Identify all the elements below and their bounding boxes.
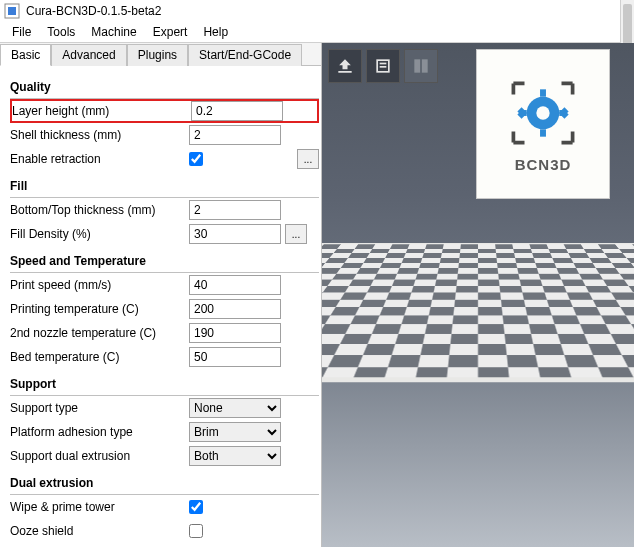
retraction-settings-button[interactable]: ... <box>297 149 319 169</box>
fill-settings-button[interactable]: ... <box>285 224 307 244</box>
label-print-temp: Printing temperature (C) <box>10 302 185 316</box>
titlebar: Cura-BCN3D-0.1.5-beta2 <box>0 0 634 22</box>
row-print-temp: Printing temperature (C) <box>10 297 319 321</box>
label-shell-thickness: Shell thickness (mm) <box>10 128 185 142</box>
print-button[interactable] <box>366 49 400 83</box>
menubar: File Tools Machine Expert Help <box>0 22 634 42</box>
content: Basic Advanced Plugins Start/End-GCode Q… <box>0 42 634 547</box>
menu-machine[interactable]: Machine <box>83 23 144 41</box>
settings-panel: Basic Advanced Plugins Start/End-GCode Q… <box>0 43 322 547</box>
tab-startend[interactable]: Start/End-GCode <box>188 44 302 66</box>
svg-rect-10 <box>540 129 546 136</box>
select-support-type[interactable]: None <box>189 398 281 418</box>
row-print-speed: Print speed (mm/s) <box>10 273 319 297</box>
menu-help[interactable]: Help <box>195 23 236 41</box>
tab-plugins[interactable]: Plugins <box>127 44 188 66</box>
label-support-dual: Support dual extrusion <box>10 449 185 463</box>
input-fill-density[interactable] <box>189 224 281 244</box>
section-dual: Dual extrusion <box>10 476 319 490</box>
select-support-dual[interactable]: Both <box>189 446 281 466</box>
row-nozzle2-temp: 2nd nozzle temperature (C) <box>10 321 319 345</box>
row-support-dual: Support dual extrusion Both <box>10 444 319 468</box>
row-bottom-top: Bottom/Top thickness (mm) <box>10 198 319 222</box>
select-platform-adhesion[interactable]: Brim <box>189 422 281 442</box>
label-enable-retraction: Enable retraction <box>10 152 185 166</box>
row-ooze-shield: Ooze shield <box>10 519 319 543</box>
svg-rect-5 <box>414 59 420 72</box>
input-nozzle2-temp[interactable] <box>189 323 281 343</box>
label-layer-height: Layer height (mm) <box>12 104 187 118</box>
row-fill-density: Fill Density (%) ... <box>10 222 319 246</box>
label-bed-temp: Bed temperature (C) <box>10 350 185 364</box>
row-shell-thickness: Shell thickness (mm) <box>10 123 319 147</box>
load-model-button[interactable] <box>328 49 362 83</box>
menu-expert[interactable]: Expert <box>145 23 196 41</box>
row-wipe-prime: Wipe & prime tower <box>10 495 319 519</box>
row-bed-temp: Bed temperature (C) <box>10 345 319 369</box>
input-bottom-top[interactable] <box>189 200 281 220</box>
label-nozzle2-temp: 2nd nozzle temperature (C) <box>10 326 185 340</box>
input-layer-height[interactable] <box>191 101 283 121</box>
check-enable-retraction[interactable] <box>189 152 203 166</box>
section-support: Support <box>10 377 319 391</box>
menu-file[interactable]: File <box>4 23 39 41</box>
label-bottom-top: Bottom/Top thickness (mm) <box>10 203 185 217</box>
viewport-3d[interactable]: BCN3D <box>322 43 634 547</box>
row-platform-adhesion: Platform adhesion type Brim <box>10 420 319 444</box>
tab-basic[interactable]: Basic <box>0 44 51 66</box>
row-support-type: Support type None <box>10 396 319 420</box>
input-bed-temp[interactable] <box>189 347 281 367</box>
input-print-temp[interactable] <box>189 299 281 319</box>
svg-rect-6 <box>422 59 428 72</box>
section-quality: Quality <box>10 80 319 94</box>
label-support-type: Support type <box>10 401 185 415</box>
logo-card: BCN3D <box>476 49 610 199</box>
svg-rect-9 <box>540 89 546 96</box>
brand-text: BCN3D <box>515 156 572 173</box>
viewport-toolbar <box>328 49 438 83</box>
label-print-speed: Print speed (mm/s) <box>10 278 185 292</box>
app-icon <box>4 3 20 19</box>
check-ooze-shield[interactable] <box>189 524 203 538</box>
svg-rect-1 <box>8 7 16 15</box>
window-title: Cura-BCN3D-0.1.5-beta2 <box>26 4 161 18</box>
build-plate <box>322 243 634 547</box>
label-fill-density: Fill Density (%) <box>10 227 185 241</box>
row-layer-height: Layer height (mm) <box>10 99 319 123</box>
label-platform-adhesion: Platform adhesion type <box>10 425 185 439</box>
svg-point-8 <box>536 106 549 119</box>
input-shell-thickness[interactable] <box>189 125 281 145</box>
section-speed-temp: Speed and Temperature <box>10 254 319 268</box>
row-enable-retraction: Enable retraction ... <box>10 147 319 171</box>
share-button[interactable] <box>404 49 438 83</box>
form-area: Quality Layer height (mm) Shell thicknes… <box>0 66 321 547</box>
label-ooze-shield: Ooze shield <box>10 524 185 538</box>
gear-icon <box>506 76 580 150</box>
input-print-speed[interactable] <box>189 275 281 295</box>
tab-advanced[interactable]: Advanced <box>51 44 126 66</box>
checker-surface <box>322 243 634 382</box>
check-wipe-prime[interactable] <box>189 500 203 514</box>
section-fill: Fill <box>10 179 319 193</box>
label-wipe-prime: Wipe & prime tower <box>10 500 185 514</box>
tabbar: Basic Advanced Plugins Start/End-GCode <box>0 43 321 66</box>
menu-tools[interactable]: Tools <box>39 23 83 41</box>
